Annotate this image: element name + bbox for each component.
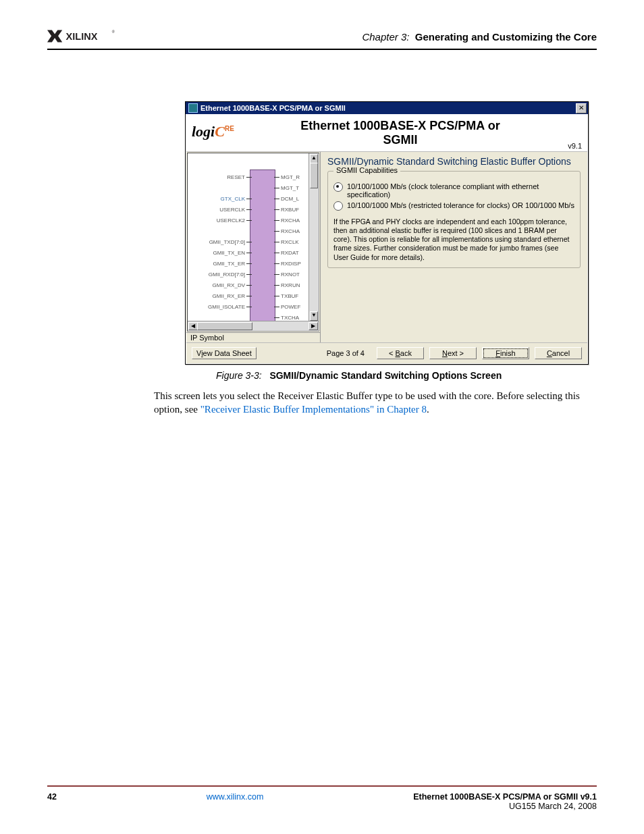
options-note: If the FPGA and PHY clocks are independe… — [333, 217, 574, 262]
button-bar: View Data Sheet Page 3 of 4 < Back Next … — [186, 342, 587, 363]
logicore-logo: logiCRE — [192, 123, 234, 140]
vertical-scrollbar[interactable]: ▲ ▼ — [308, 153, 319, 321]
port-right: TXCHA — [274, 315, 305, 321]
scroll-thumb-v[interactable] — [310, 163, 318, 188]
footer-url[interactable]: www.xilinx.com — [207, 792, 264, 802]
radio-label-2: 10/100/1000 Mb/s (restricted tolerance f… — [347, 201, 574, 209]
back-button[interactable]: < Back — [377, 347, 424, 359]
options-panel: SGMII/Dynamic Standard Switching Elastic… — [321, 152, 587, 342]
port-right: MGT_T — [274, 186, 305, 191]
radio-option-2[interactable]: 10/100/1000 Mb/s (restricted tolerance f… — [333, 201, 574, 211]
svg-marker-1 — [53, 30, 62, 42]
sgmii-capabilities-group: SGMII Capabilities 10/100/1000 Mb/s (clo… — [327, 171, 581, 268]
radio-option-1[interactable]: 10/100/1000 Mb/s (clock tolerance compli… — [333, 182, 574, 199]
port-right: DCM_L — [274, 197, 305, 202]
port-right: RXRUN — [274, 283, 305, 288]
port-right: RXCHA — [274, 218, 305, 224]
scroll-thumb-h[interactable] — [197, 322, 252, 330]
port-right: RXDISP — [274, 261, 305, 267]
footer: 42 www.xilinx.com Ethernet 1000BASE-X PC… — [47, 792, 597, 811]
view-datasheet-button[interactable]: View Data Sheet — [192, 347, 257, 359]
figure-text: SGMII/Dynamic Standard Switching Options… — [269, 370, 502, 381]
app-icon — [188, 103, 198, 113]
horizontal-scrollbar[interactable]: ◀ ▶ — [188, 321, 319, 331]
port-right: RXNOT — [274, 272, 305, 278]
footer-doc-id: UG155 March 24, 2008 — [509, 802, 597, 811]
figure-label: Figure 3-3: — [216, 370, 262, 381]
ip-symbol-canvas[interactable]: RESETGTX_CLKUSERCLKUSERCLK2GMII_TXD[7:0]… — [187, 153, 319, 332]
window-title: Ethernet 1000BASE-X PCS/PMA or SGMII — [200, 104, 346, 112]
radio-icon[interactable] — [333, 201, 343, 211]
titlebar: Ethernet 1000BASE-X PCS/PMA or SGMII ✕ — [186, 102, 588, 114]
scroll-down-icon[interactable]: ▼ — [310, 311, 318, 321]
dialog-window: Ethernet 1000BASE-X PCS/PMA or SGMII ✕ l… — [185, 101, 589, 365]
group-legend: SGMII Capabilities — [333, 166, 400, 174]
footer-rule — [47, 785, 597, 787]
radio-icon[interactable] — [333, 182, 343, 192]
port-right: RXDAT — [274, 251, 305, 256]
options-title: SGMII/Dynamic Standard Switching Elastic… — [327, 156, 581, 167]
ip-symbol-tab[interactable]: IP Symbol — [186, 332, 320, 342]
radio-label-1: 10/100/1000 Mb/s (clock tolerance compli… — [347, 182, 574, 199]
scroll-right-icon[interactable]: ▶ — [308, 322, 318, 330]
port-right: POWEF — [274, 305, 305, 310]
chapter8-link[interactable]: "Receiver Elastic Buffer Implementations… — [200, 404, 427, 415]
port-right: TXBUF — [274, 294, 305, 299]
port-right: RXCHA — [274, 229, 305, 234]
chapter-heading: Chapter 3: Generating and Customizing th… — [362, 31, 597, 43]
scroll-left-icon[interactable]: ◀ — [188, 322, 198, 330]
xilinx-logo: XILINX ® — [47, 27, 125, 46]
footer-doc-title: Ethernet 1000BASE-X PCS/PMA or SGMII v9.… — [413, 792, 597, 802]
svg-text:®: ® — [112, 30, 115, 34]
svg-text:XILINX: XILINX — [66, 31, 98, 42]
scroll-up-icon[interactable]: ▲ — [310, 154, 318, 163]
close-icon[interactable]: ✕ — [576, 103, 587, 113]
page-number: 42 — [47, 792, 57, 802]
finish-button[interactable]: Finish — [482, 347, 529, 359]
cancel-button[interactable]: Cancel — [535, 347, 582, 359]
banner-title: Ethernet 1000BASE-X PCS/PMA or SGMII — [300, 119, 500, 147]
ip-block-icon — [250, 170, 275, 328]
port-right: RXCLK — [274, 240, 305, 245]
banner: logiCRE Ethernet 1000BASE-X PCS/PMA or S… — [186, 115, 587, 152]
version-label: v9.1 — [568, 142, 582, 150]
chapter-title: Generating and Customizing the Core — [415, 31, 597, 43]
ip-symbol-panel: RESETGTX_CLKUSERCLKUSERCLK2GMII_TXD[7:0]… — [186, 152, 321, 342]
figure-caption: Figure 3-3: SGMII/Dynamic Standard Switc… — [216, 370, 597, 381]
next-button[interactable]: Next > — [429, 347, 477, 359]
port-right: MGT_R — [274, 175, 305, 180]
page-info: Page 3 of 4 — [327, 349, 365, 357]
body-paragraph: This screen lets you select the Receiver… — [154, 390, 587, 416]
header-rule — [47, 49, 597, 50]
port-right: RXBUF — [274, 207, 305, 213]
chapter-number: Chapter 3: — [362, 31, 409, 43]
